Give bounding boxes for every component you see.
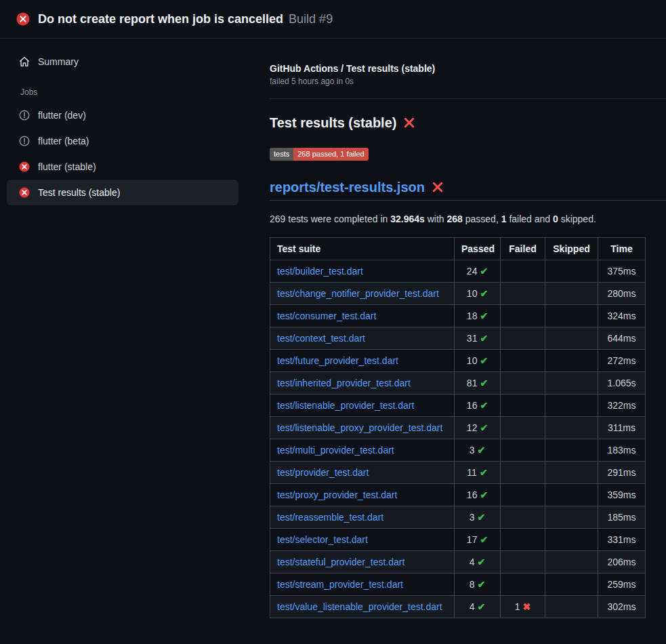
check-icon: ✔: [480, 534, 488, 545]
alert-circle-icon: [19, 110, 30, 121]
test-suite-link[interactable]: test/multi_provider_test.dart: [277, 445, 394, 456]
time-value: 331ms: [598, 529, 646, 551]
summary-text: with: [425, 214, 447, 224]
check-icon: ✔: [478, 601, 486, 612]
check-icon: ✔: [478, 445, 486, 456]
skipped-count: [545, 551, 598, 573]
passed-count: 3: [470, 512, 475, 523]
check-icon: ✔: [480, 288, 488, 299]
sidebar-job-item[interactable]: flutter (stable): [7, 154, 238, 180]
divider: [270, 98, 666, 99]
check-icon: ✔: [478, 579, 486, 590]
tests-status-badge: tests 268 passed, 1 failed: [270, 148, 369, 161]
skipped-count: [545, 596, 598, 618]
table-row: test/consumer_test.dart 18✔ 324ms: [270, 305, 646, 327]
check-icon: ✔: [478, 557, 486, 567]
test-suite-link[interactable]: test/listenable_provider_test.dart: [277, 400, 414, 411]
test-suite-link[interactable]: test/change_notifier_provider_test.dart: [277, 288, 439, 299]
test-suite-link[interactable]: test/inherited_provider_test.dart: [277, 378, 411, 388]
summary-text: 268: [447, 214, 463, 224]
skipped-count: [545, 573, 598, 596]
skipped-count: [545, 462, 598, 484]
failed-x-circle-icon: [19, 161, 30, 172]
passed-count: 3: [470, 445, 475, 456]
test-suite-link[interactable]: test/reassemble_test.dart: [277, 512, 383, 523]
skipped-count: [545, 395, 598, 417]
sidebar-item-summary[interactable]: Summary: [7, 49, 238, 74]
table-header-row: Test suitePassedFailedSkippedTime: [270, 238, 646, 260]
test-suite-link[interactable]: test/context_test.dart: [277, 333, 365, 344]
failed-x-circle-icon: [16, 12, 30, 26]
time-value: 291ms: [598, 462, 646, 484]
test-suite-link[interactable]: test/stream_provider_test.dart: [277, 579, 403, 590]
time-value: 259ms: [598, 573, 646, 596]
cross-icon: ✖: [523, 601, 531, 612]
test-suite-link[interactable]: test/listenable_proxy_provider_test.dart: [277, 422, 442, 433]
check-icon: ✔: [480, 400, 488, 411]
badge-label: tests: [270, 148, 293, 161]
table-row: test/future_provider_test.dart 10✔ 272ms: [270, 350, 646, 372]
table-row: test/listenable_provider_test.dart 16✔ 3…: [270, 395, 646, 417]
skipped-count: [545, 484, 598, 506]
passed-count: 24: [467, 266, 478, 277]
test-suite-link[interactable]: test/value_listenable_provider_test.dart: [277, 601, 442, 612]
failed-count: 1: [515, 601, 520, 612]
build-title: Do not create report when job is cancell…: [38, 12, 283, 26]
table-row: test/stream_provider_test.dart 8✔ 259ms: [270, 573, 646, 596]
badge-value: 268 passed, 1 failed: [293, 148, 368, 161]
sidebar-job-item[interactable]: flutter (dev): [7, 102, 238, 128]
skipped-count: [545, 283, 598, 305]
passed-count: 4: [470, 601, 475, 612]
test-suite-link[interactable]: test/future_provider_test.dart: [277, 355, 398, 366]
results-summary: 269 tests were completed in 32.964s with…: [270, 213, 666, 225]
skipped-count: [545, 529, 598, 551]
test-results-table: Test suitePassedFailedSkippedTime test/b…: [270, 237, 646, 618]
test-suite-link[interactable]: test/selector_test.dart: [277, 534, 368, 545]
test-suite-link[interactable]: test/provider_test.dart: [277, 467, 369, 478]
skipped-count: [545, 260, 598, 283]
passed-count: 16: [467, 489, 478, 500]
check-icon: ✔: [478, 512, 486, 523]
failed-x-icon: [403, 117, 415, 129]
table-row: test/provider_test.dart 11✔ 291ms: [270, 462, 646, 484]
jobs-list: flutter (dev) flutter (beta) flutter (st…: [7, 102, 238, 205]
time-value: 183ms: [598, 439, 646, 462]
column-header-1: Passed: [455, 238, 501, 260]
column-header-2: Failed: [501, 238, 545, 260]
table-row: test/builder_test.dart 24✔ 375ms: [270, 260, 646, 283]
test-suite-link[interactable]: test/stateful_provider_test.dart: [277, 557, 404, 567]
skipped-count: [545, 327, 598, 350]
test-suite-link[interactable]: test/proxy_provider_test.dart: [277, 489, 397, 500]
check-icon: ✔: [480, 378, 488, 388]
section-title-text: Test results (stable): [270, 114, 396, 132]
section-title: Test results (stable): [270, 114, 666, 132]
time-value: 280ms: [598, 283, 646, 305]
failed-x-circle-icon: [19, 187, 30, 198]
build-number: Build #9: [289, 12, 333, 26]
sidebar-job-item[interactable]: flutter (beta): [7, 128, 238, 154]
main-panel: GitHub Actions / Test results (stable) f…: [238, 39, 666, 618]
skipped-count: [545, 350, 598, 372]
time-value: 375ms: [598, 260, 646, 283]
skipped-count: [545, 372, 598, 395]
passed-count: 4: [470, 557, 475, 567]
test-suite-link[interactable]: test/builder_test.dart: [277, 266, 363, 277]
skipped-count: [545, 506, 598, 529]
time-value: 322ms: [598, 395, 646, 417]
report-file-link[interactable]: reports/test-results.json: [270, 178, 425, 196]
table-row: test/listenable_proxy_provider_test.dart…: [270, 417, 646, 439]
table-row: test/change_notifier_provider_test.dart …: [270, 283, 646, 305]
summary-text: 32.964s: [390, 214, 425, 224]
sidebar: Summary Jobs flutter (dev) flutter (beta…: [0, 39, 238, 205]
table-row: test/multi_provider_test.dart 3✔ 183ms: [270, 439, 646, 462]
time-value: 324ms: [598, 305, 646, 327]
build-header: Do not create report when job is cancell…: [0, 0, 666, 39]
table-row: test/proxy_provider_test.dart 16✔ 359ms: [270, 484, 646, 506]
passed-count: 8: [470, 579, 475, 590]
passed-count: 81: [467, 378, 478, 388]
table-row: test/inherited_provider_test.dart 81✔ 1.…: [270, 372, 646, 395]
test-suite-link[interactable]: test/consumer_test.dart: [277, 310, 376, 321]
table-body: test/builder_test.dart 24✔ 375ms test/ch…: [270, 260, 646, 618]
passed-count: 12: [467, 422, 478, 433]
sidebar-job-item[interactable]: Test results (stable): [7, 180, 238, 205]
